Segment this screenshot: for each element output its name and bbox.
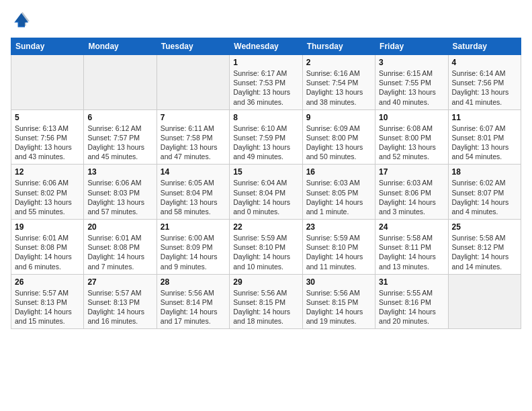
calendar-cell: 10Sunrise: 6:08 AM Sunset: 8:00 PM Dayli… [375, 109, 448, 165]
day-info: Sunrise: 5:59 AM Sunset: 8:10 PM Dayligh… [233, 233, 298, 271]
day-number: 5 [15, 113, 80, 122]
calendar-week-row: 1Sunrise: 6:17 AM Sunset: 7:53 PM Daylig… [11, 55, 521, 110]
day-number: 6 [87, 113, 152, 122]
day-number: 23 [306, 222, 371, 232]
day-info: Sunrise: 5:56 AM Sunset: 8:15 PM Dayligh… [233, 288, 298, 326]
calendar-cell: 29Sunrise: 5:56 AM Sunset: 8:15 PM Dayli… [230, 274, 302, 329]
day-info: Sunrise: 6:03 AM Sunset: 8:05 PM Dayligh… [306, 178, 371, 216]
day-info: Sunrise: 6:09 AM Sunset: 8:00 PM Dayligh… [306, 124, 371, 162]
day-number: 8 [233, 113, 298, 122]
day-number: 16 [306, 167, 371, 177]
calendar-cell [157, 55, 229, 110]
day-number: 15 [233, 167, 298, 177]
day-info: Sunrise: 6:15 AM Sunset: 7:55 PM Dayligh… [379, 68, 444, 107]
calendar-cell: 9Sunrise: 6:09 AM Sunset: 8:00 PM Daylig… [302, 109, 375, 165]
day-info: Sunrise: 6:06 AM Sunset: 8:02 PM Dayligh… [15, 178, 80, 216]
day-info: Sunrise: 6:00 AM Sunset: 8:09 PM Dayligh… [161, 233, 226, 271]
day-info: Sunrise: 6:10 AM Sunset: 7:59 PM Dayligh… [233, 124, 298, 162]
calendar-cell: 1Sunrise: 6:17 AM Sunset: 7:53 PM Daylig… [230, 55, 302, 110]
svg-marker-1 [15, 12, 30, 26]
day-number: 1 [233, 58, 298, 67]
page-header [11, 11, 521, 30]
day-number: 21 [161, 222, 226, 232]
day-number: 3 [379, 58, 444, 67]
day-number: 12 [15, 167, 80, 177]
weekday-header-friday: Friday [375, 38, 448, 55]
day-number: 4 [452, 58, 517, 67]
day-info: Sunrise: 6:01 AM Sunset: 8:08 PM Dayligh… [15, 233, 80, 271]
day-info: Sunrise: 6:04 AM Sunset: 8:04 PM Dayligh… [233, 178, 298, 216]
day-info: Sunrise: 6:11 AM Sunset: 7:58 PM Dayligh… [161, 124, 226, 162]
calendar-cell: 27Sunrise: 5:57 AM Sunset: 8:13 PM Dayli… [84, 274, 157, 329]
calendar-cell [448, 274, 521, 329]
day-info: Sunrise: 5:58 AM Sunset: 8:11 PM Dayligh… [379, 233, 444, 271]
calendar-cell: 17Sunrise: 6:03 AM Sunset: 8:06 PM Dayli… [375, 165, 448, 220]
calendar-table: SundayMondayTuesdayWednesdayThursdayFrid… [11, 38, 521, 329]
calendar-cell [84, 55, 157, 110]
calendar-cell: 18Sunrise: 6:02 AM Sunset: 8:07 PM Dayli… [448, 165, 521, 220]
weekday-header-row: SundayMondayTuesdayWednesdayThursdayFrid… [11, 38, 521, 55]
calendar-cell: 19Sunrise: 6:01 AM Sunset: 8:08 PM Dayli… [11, 220, 84, 275]
day-number: 26 [15, 277, 80, 287]
calendar-cell [11, 55, 84, 110]
weekday-header-wednesday: Wednesday [230, 38, 302, 55]
day-info: Sunrise: 6:05 AM Sunset: 8:04 PM Dayligh… [161, 178, 226, 216]
day-info: Sunrise: 6:06 AM Sunset: 8:03 PM Dayligh… [87, 178, 152, 216]
calendar-cell: 21Sunrise: 6:00 AM Sunset: 8:09 PM Dayli… [157, 220, 229, 275]
day-number: 19 [15, 222, 80, 232]
calendar-cell: 13Sunrise: 6:06 AM Sunset: 8:03 PM Dayli… [84, 165, 157, 220]
day-number: 25 [452, 222, 517, 232]
day-info: Sunrise: 5:55 AM Sunset: 8:16 PM Dayligh… [379, 288, 444, 326]
day-number: 11 [452, 113, 517, 122]
day-number: 24 [379, 222, 444, 232]
day-info: Sunrise: 6:17 AM Sunset: 7:53 PM Dayligh… [233, 68, 298, 107]
calendar-cell: 5Sunrise: 6:13 AM Sunset: 7:56 PM Daylig… [11, 109, 84, 165]
day-number: 17 [379, 167, 444, 177]
day-number: 28 [161, 277, 226, 287]
day-number: 10 [379, 113, 444, 122]
calendar-cell: 8Sunrise: 6:10 AM Sunset: 7:59 PM Daylig… [230, 109, 302, 165]
day-number: 31 [379, 277, 444, 287]
day-number: 29 [233, 277, 298, 287]
weekday-header-tuesday: Tuesday [157, 38, 229, 55]
day-info: Sunrise: 6:13 AM Sunset: 7:56 PM Dayligh… [15, 124, 80, 162]
day-number: 7 [161, 113, 226, 122]
calendar-cell: 11Sunrise: 6:07 AM Sunset: 8:01 PM Dayli… [448, 109, 521, 165]
day-info: Sunrise: 6:02 AM Sunset: 8:07 PM Dayligh… [452, 178, 517, 216]
calendar-cell: 30Sunrise: 5:56 AM Sunset: 8:15 PM Dayli… [302, 274, 375, 329]
day-info: Sunrise: 6:16 AM Sunset: 7:54 PM Dayligh… [306, 68, 371, 107]
day-info: Sunrise: 5:56 AM Sunset: 8:15 PM Dayligh… [306, 288, 371, 326]
day-info: Sunrise: 6:07 AM Sunset: 8:01 PM Dayligh… [452, 124, 517, 162]
weekday-header-thursday: Thursday [302, 38, 375, 55]
day-info: Sunrise: 6:01 AM Sunset: 8:08 PM Dayligh… [87, 233, 152, 271]
day-number: 22 [233, 222, 298, 232]
day-info: Sunrise: 5:56 AM Sunset: 8:14 PM Dayligh… [161, 288, 226, 326]
calendar-cell: 15Sunrise: 6:04 AM Sunset: 8:04 PM Dayli… [230, 165, 302, 220]
logo [11, 11, 32, 30]
calendar-cell: 12Sunrise: 6:06 AM Sunset: 8:02 PM Dayli… [11, 165, 84, 220]
day-info: Sunrise: 5:59 AM Sunset: 8:10 PM Dayligh… [306, 233, 371, 271]
calendar-week-row: 19Sunrise: 6:01 AM Sunset: 8:08 PM Dayli… [11, 220, 521, 275]
day-info: Sunrise: 6:08 AM Sunset: 8:00 PM Dayligh… [379, 124, 444, 162]
calendar-cell: 20Sunrise: 6:01 AM Sunset: 8:08 PM Dayli… [84, 220, 157, 275]
day-info: Sunrise: 5:57 AM Sunset: 8:13 PM Dayligh… [87, 288, 152, 326]
day-number: 18 [452, 167, 517, 177]
calendar-week-row: 5Sunrise: 6:13 AM Sunset: 7:56 PM Daylig… [11, 109, 521, 165]
calendar-week-row: 26Sunrise: 5:57 AM Sunset: 8:13 PM Dayli… [11, 274, 521, 329]
calendar-cell: 6Sunrise: 6:12 AM Sunset: 7:57 PM Daylig… [84, 109, 157, 165]
calendar-cell: 14Sunrise: 6:05 AM Sunset: 8:04 PM Dayli… [157, 165, 229, 220]
day-info: Sunrise: 6:03 AM Sunset: 8:06 PM Dayligh… [379, 178, 444, 216]
day-number: 9 [306, 113, 371, 122]
calendar-cell: 2Sunrise: 6:16 AM Sunset: 7:54 PM Daylig… [302, 55, 375, 110]
calendar-cell: 3Sunrise: 6:15 AM Sunset: 7:55 PM Daylig… [375, 55, 448, 110]
day-number: 13 [87, 167, 152, 177]
calendar-cell: 16Sunrise: 6:03 AM Sunset: 8:05 PM Dayli… [302, 165, 375, 220]
day-number: 14 [161, 167, 226, 177]
calendar-cell: 25Sunrise: 5:58 AM Sunset: 8:12 PM Dayli… [448, 220, 521, 275]
calendar-cell: 23Sunrise: 5:59 AM Sunset: 8:10 PM Dayli… [302, 220, 375, 275]
logo-icon [11, 11, 30, 30]
calendar-cell: 26Sunrise: 5:57 AM Sunset: 8:13 PM Dayli… [11, 274, 84, 329]
day-info: Sunrise: 5:57 AM Sunset: 8:13 PM Dayligh… [15, 288, 80, 326]
day-number: 2 [306, 58, 371, 67]
day-number: 30 [306, 277, 371, 287]
